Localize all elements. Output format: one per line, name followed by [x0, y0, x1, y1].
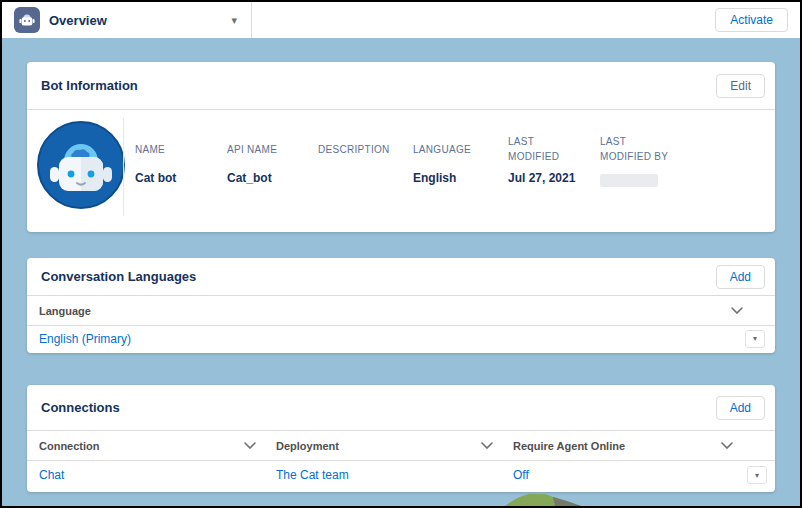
bot-information-title: Bot Information: [41, 78, 138, 93]
activate-button[interactable]: Activate: [715, 8, 788, 32]
field-last-modified-label: LAST MODIFIED: [508, 133, 578, 165]
field-api-name: API NAME Cat_bot: [227, 133, 318, 187]
connection-column-header: Connection: [27, 440, 264, 452]
page-title: Overview: [49, 13, 107, 28]
field-last-modified-by: LAST MODIFIED BY: [600, 133, 720, 187]
chevron-down-icon[interactable]: [731, 307, 743, 314]
connections-table-header: Connection Deployment Require Agent Onli…: [27, 431, 775, 461]
bot-fields: NAME Cat bot API NAME Cat_bot DESCRIPTIO…: [135, 133, 720, 187]
bot-avatar: [37, 121, 125, 209]
field-name-label: NAME: [135, 133, 215, 165]
edit-button[interactable]: Edit: [716, 74, 765, 98]
field-description: DESCRIPTION: [318, 133, 413, 187]
bot-information-body: NAME Cat bot API NAME Cat_bot DESCRIPTIO…: [27, 110, 775, 231]
field-last-modified-by-label: LAST MODIFIED BY: [600, 133, 678, 165]
language-row[interactable]: English (Primary) ▾: [27, 326, 775, 351]
dropdown-triangle-icon: ▾: [755, 471, 759, 480]
add-connection-button[interactable]: Add: [716, 396, 765, 420]
field-last-modified: LAST MODIFIED Jul 27, 2021: [508, 133, 600, 187]
conversation-languages-header: Conversation Languages Add: [27, 258, 775, 296]
background-hill-illustration: [505, 494, 581, 506]
deployment-column-label: Deployment: [276, 440, 339, 452]
connection-row-dropdown-button[interactable]: ▾: [747, 466, 767, 484]
field-name: NAME Cat bot: [135, 133, 227, 187]
field-description-label: DESCRIPTION: [318, 133, 401, 165]
add-language-button[interactable]: Add: [716, 265, 765, 289]
deployment-column-header: Deployment: [264, 440, 501, 452]
language-row-value: English (Primary): [39, 332, 131, 346]
field-api-name-value: Cat_bot: [227, 171, 306, 185]
conversation-languages-card: Conversation Languages Add Language Engl…: [27, 258, 775, 353]
require-agent-online-column-label: Require Agent Online: [513, 440, 625, 452]
connection-row-require-agent-online: Off: [501, 468, 747, 482]
language-column-header: Language: [27, 305, 775, 317]
connection-row[interactable]: Chat The Cat team Off ▾: [27, 461, 775, 489]
field-language: LANGUAGE English: [413, 133, 508, 187]
avatar-divider: [123, 118, 124, 216]
dropdown-triangle-icon: ▾: [753, 334, 757, 343]
language-row-dropdown-button[interactable]: ▾: [745, 330, 765, 348]
languages-table-header: Language: [27, 296, 775, 326]
bot-information-card: Bot Information Edit: [27, 62, 775, 232]
chevron-down-icon[interactable]: [721, 442, 733, 449]
require-agent-online-column-header: Require Agent Online: [501, 440, 775, 452]
connections-title: Connections: [41, 400, 120, 415]
field-last-modified-value: Jul 27, 2021: [508, 171, 588, 185]
language-column-label: Language: [39, 305, 91, 317]
bot-icon: [14, 7, 40, 33]
connection-row-connection: Chat: [27, 468, 264, 482]
field-language-value: English: [413, 171, 496, 185]
overview-menu-dropdown[interactable]: Overview ▾: [2, 2, 252, 38]
field-last-modified-by-redacted-value: [600, 174, 658, 187]
chevron-down-icon[interactable]: [244, 442, 256, 449]
menu-dropdown-triangle-icon: ▾: [231, 15, 237, 26]
chevron-down-icon[interactable]: [481, 442, 493, 449]
connection-column-label: Connection: [39, 440, 100, 452]
field-language-label: LANGUAGE: [413, 133, 496, 165]
field-api-name-label: API NAME: [227, 133, 306, 165]
connection-row-deployment: The Cat team: [264, 468, 501, 482]
connections-header: Connections Add: [27, 385, 775, 431]
top-bar: Overview ▾ Activate: [2, 2, 800, 38]
field-name-value: Cat bot: [135, 171, 215, 185]
connections-card: Connections Add Connection Deployment Re…: [27, 385, 775, 492]
bot-information-header: Bot Information Edit: [27, 62, 775, 110]
conversation-languages-title: Conversation Languages: [41, 269, 196, 284]
bot-overview-page: Overview ▾ Activate Bot Information Edit: [0, 0, 802, 508]
